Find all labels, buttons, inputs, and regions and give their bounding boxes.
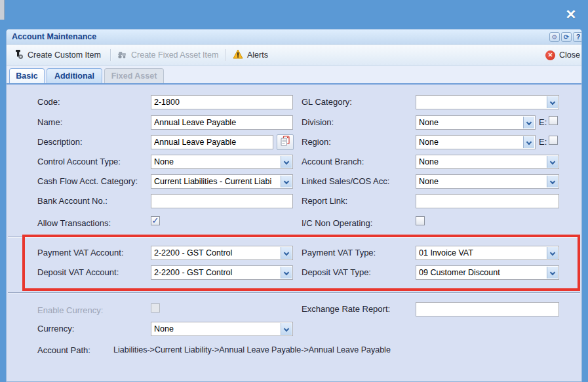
- control-account-type-value: None: [154, 157, 279, 166]
- name-label: Name:: [37, 117, 62, 127]
- account-branch-label: Account Branch:: [302, 157, 364, 166]
- section-separator: [8, 292, 580, 294]
- window-close-icon[interactable]: ✕: [563, 7, 579, 22]
- account-path-value: Liabilities->Current Liability->Annual L…: [113, 345, 391, 354]
- create-fixed-asset-item-button: Create Fixed Asset Item: [117, 47, 218, 63]
- cash-flow-category-value: Current Liabilities - Current Liabi: [154, 177, 279, 186]
- help-icon[interactable]: ?: [573, 32, 582, 42]
- linked-sales-cos-value: None: [419, 177, 545, 186]
- toolbar-separator: [225, 49, 225, 61]
- cash-flow-category-label: Cash Flow Acct. Category:: [37, 176, 138, 186]
- name-input[interactable]: [151, 115, 293, 130]
- allow-transactions-label: Allow Transactions:: [37, 218, 111, 228]
- region-value: None: [419, 138, 522, 147]
- create-custom-item-button[interactable]: Create Custom Item: [13, 47, 101, 63]
- division-select[interactable]: None: [416, 115, 536, 130]
- alert-warning-icon: [233, 49, 243, 61]
- region-label: Region:: [302, 137, 331, 147]
- gl-category-select[interactable]: [416, 95, 559, 109]
- exchange-rate-report-input[interactable]: [416, 302, 559, 316]
- region-e-checkbox[interactable]: [549, 136, 558, 145]
- enable-currency-label: Enable Currency:: [37, 305, 103, 315]
- screen: ✕ Account Maintenance ⚙ ⟳ ? Create Custo…: [0, 0, 588, 382]
- create-fixed-asset-item-label: Create Fixed Asset Item: [131, 50, 218, 60]
- linked-sales-cos-label: Linked Sales/COS Acc:: [302, 176, 389, 186]
- alerts-label: Alerts: [247, 50, 268, 60]
- chevron-down-icon[interactable]: [281, 156, 292, 168]
- chevron-down-icon[interactable]: [547, 156, 558, 168]
- report-link-label: Report Link:: [302, 196, 347, 206]
- currency-select[interactable]: None: [151, 322, 293, 336]
- exchange-rate-report-label: Exchange Rate Report:: [302, 304, 390, 314]
- cash-flow-category-select[interactable]: Current Liabilities - Current Liabi: [151, 174, 293, 189]
- create-custom-item-label: Create Custom Item: [28, 50, 101, 60]
- bank-account-no-input[interactable]: [151, 194, 293, 208]
- bank-account-no-label: Bank Account No.:: [37, 196, 108, 206]
- currency-value: None: [154, 324, 279, 334]
- fixed-asset-icon: [117, 49, 127, 62]
- division-e-label: E:: [539, 117, 547, 127]
- account-branch-select[interactable]: None: [416, 155, 559, 169]
- tab-fixed-asset: Fixed Asset: [104, 68, 164, 83]
- division-label: Division:: [302, 117, 334, 127]
- description-input[interactable]: [151, 135, 273, 149]
- chevron-down-icon[interactable]: [523, 117, 534, 128]
- chevron-down-icon[interactable]: [281, 176, 292, 187]
- control-account-type-select[interactable]: None: [151, 155, 293, 169]
- code-label: Code:: [37, 97, 60, 107]
- alerts-button[interactable]: Alerts: [233, 47, 268, 63]
- close-label: Close: [559, 50, 580, 60]
- tab-additional[interactable]: Additional: [47, 68, 102, 83]
- allow-transactions-checkbox[interactable]: ✓: [151, 216, 160, 225]
- enable-currency-checkbox: [151, 303, 160, 313]
- division-value: None: [419, 118, 522, 127]
- account-path-label: Account Path:: [37, 345, 90, 355]
- toolbar-separator: [110, 49, 111, 61]
- dialog-header: Account Maintenance ⚙ ⟳ ?: [7, 29, 581, 45]
- code-input[interactable]: [151, 95, 293, 109]
- control-account-type-label: Control Account Type:: [37, 157, 121, 166]
- chevron-down-icon[interactable]: [547, 96, 558, 108]
- division-e-checkbox[interactable]: [549, 116, 558, 125]
- custom-item-icon: [13, 49, 24, 62]
- close-icon: ✕: [545, 50, 555, 60]
- ic-non-operating-checkbox[interactable]: [416, 216, 425, 225]
- region-select[interactable]: None: [416, 135, 536, 149]
- close-button[interactable]: ✕ Close: [545, 47, 580, 63]
- refresh-icon[interactable]: ⟳: [561, 32, 572, 42]
- copy-note-icon: [280, 136, 290, 149]
- check-icon: ✓: [151, 216, 159, 225]
- chevron-down-icon[interactable]: [523, 136, 534, 148]
- description-notes-button[interactable]: [277, 134, 294, 150]
- dialog-title: Account Maintenance: [12, 32, 96, 41]
- vat-highlight-annotation: [22, 235, 580, 291]
- gear-icon[interactable]: ⚙: [549, 32, 560, 42]
- gl-category-label: GL Category:: [302, 97, 352, 107]
- tab-strip: Basic Additional Fixed Asset: [7, 66, 581, 85]
- region-e-label: E:: [539, 137, 547, 147]
- chevron-down-icon[interactable]: [547, 176, 558, 187]
- dialog-toolbar: Create Custom Item Create Fixed Asset It…: [7, 45, 581, 66]
- background-window-fragment: [0, 0, 5, 20]
- report-link-input[interactable]: [416, 194, 559, 208]
- ic-non-operating-label: I/C Non Operating:: [302, 218, 372, 228]
- chevron-down-icon[interactable]: [281, 323, 292, 335]
- account-branch-value: None: [419, 157, 545, 166]
- account-maintenance-dialog: Account Maintenance ⚙ ⟳ ? Create Custom …: [6, 29, 582, 382]
- tab-basic[interactable]: Basic: [9, 68, 45, 83]
- currency-label: Currency:: [37, 324, 74, 334]
- linked-sales-cos-select[interactable]: None: [416, 174, 559, 189]
- description-label: Description:: [37, 137, 83, 147]
